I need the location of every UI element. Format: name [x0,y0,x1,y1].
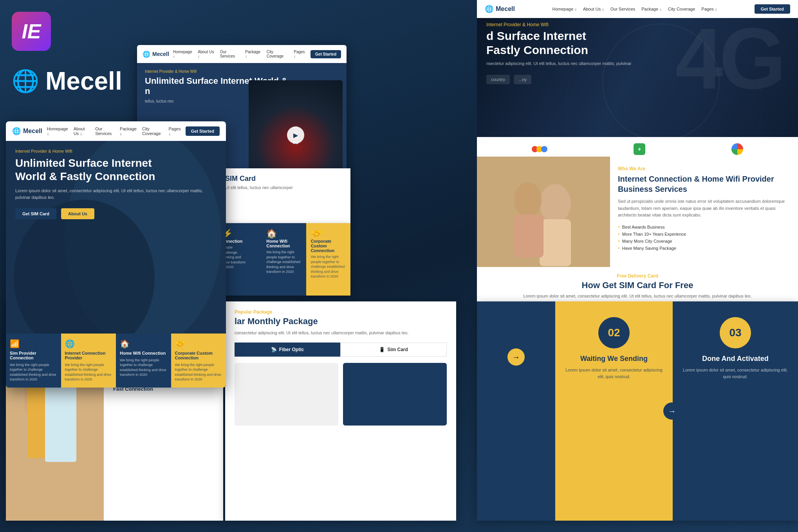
free-delivery-tag: Free Delivery Card [486,273,789,279]
right-nav: 🌐 Mecell Homepage ↓ About Us ↓ Our Servi… [477,0,798,18]
corporate-icon: 🤝 [175,339,222,348]
cs-wifi-desc: We bring the right people together to ch… [266,250,301,274]
mid-nav-brand-name: Mecell [152,51,169,57]
feature-1-text: Best Awards Business [622,225,665,229]
right-nav-about[interactable]: About Us ↓ [583,7,604,11]
right-nav-links: Homepage ↓ About Us ↓ Our Services Packa… [520,7,749,11]
logo-green-cross: + [634,143,645,155]
partner-logo-1 [532,146,547,152]
mid-nav-services[interactable]: Our Services [220,50,241,58]
main-nav: 🌐 Mecell Homepage ↓ About Us ↓ Our Servi… [6,121,226,141]
cs-wifi-icon: 🏠 [266,229,277,238]
right-nav-services[interactable]: Our Services [610,7,636,11]
panel-main-preview: 🌐 Mecell Homepage ↓ About Us ↓ Our Servi… [6,121,226,388]
step-02-title: Waiting We Sending [580,355,648,363]
service-card-wifi[interactable]: 🏠 Home Wifi Connection We bring the righ… [116,334,171,388]
service-card-internet[interactable]: 🌐 Internet Connection Provider We bring … [61,334,116,388]
right-nav-homepage[interactable]: Homepage ↓ [552,7,577,11]
svg-rect-2 [540,219,571,266]
hero-description: Lorem ipsum dolor sit amet, consectetur … [15,188,217,200]
step-02-number: 02 [598,317,630,348]
package-card-2[interactable] [343,363,447,426]
nav-cta-button[interactable]: Get Started [186,126,220,136]
mid-nav-package[interactable]: Package ↓ [245,50,262,58]
mid-nav-homepage[interactable]: Homepage ↓ [173,50,193,58]
right-nav-globe: 🌐 [485,5,493,13]
right-headline: d Surface InternetFastly Connection [486,29,789,57]
country-input[interactable]: country [486,75,510,84]
feature-3: ●Many More City Coverage [618,238,790,245]
mid-nav-about[interactable]: About Us ↓ [198,50,215,58]
svg-point-1 [540,184,571,223]
svg-point-3 [514,182,542,217]
nav-link-services[interactable]: Our Services [95,126,114,136]
feature-1: ●Best Awards Business [618,224,790,231]
sim-label: Sim Card [387,347,408,352]
elementor-logo-text: IE [22,20,41,43]
fiber-label: Fiber Optic [279,347,304,352]
panel-right-preview: 4G 5G 🌐 Mecell Homepage ↓ About Us ↓ Our… [477,0,798,305]
hero-tagline: Internet Provider & Home Wifi [15,149,217,153]
free-delivery-title: How Get SIM Card For Free [486,280,789,290]
nav-link-package[interactable]: Package ↓ [120,126,137,136]
sim-title: Sim Provider Connection [10,351,57,360]
about-us-button[interactable]: About Us [61,208,94,219]
bullet-1: ● [618,225,620,229]
free-delivery-section: Free Delivery Card How Get SIM Card For … [477,267,798,306]
sim-card-panel: SIM Card Ut elit tellus, luctus nec ulla… [217,168,350,225]
nav-links: Homepage ↓ About Us ↓ Our Services Packa… [47,126,181,136]
sim-pkg-icon: 📱 [379,347,385,352]
location-inputs: country ...ny [477,71,798,88]
mid-nav-globe: 🌐 [143,50,150,58]
sim-icon: 📶 [10,339,57,348]
nav-link-pages[interactable]: Pages ↓ [169,126,181,136]
corporate-desc: We bring the right people together to ch… [175,362,222,382]
wifi-title: Home Wifi Connection [120,351,167,355]
bullet-4: ● [618,246,620,250]
step-02: 02 Waiting We Sending Lorem ipsum dolor … [555,301,673,521]
service-card-corporate[interactable]: 🤝 Corporate Custom Connection We bring t… [171,334,226,388]
step-arrow-area: → [477,301,555,388]
city-input[interactable]: ...ny [514,75,531,84]
svg-rect-4 [514,215,543,258]
cs-corporate-desc: We bring the right people together to ch… [311,254,346,279]
who-we-are-features: ●Best Awards Business ●More Than 10+ Yea… [618,224,790,252]
get-sim-button[interactable]: Get SIM Card [15,208,56,219]
step-arrow-2[interactable]: → [663,402,681,420]
nav-link-coverage[interactable]: City Coverage [142,126,163,136]
partner-logo-3 [731,143,743,155]
right-nav-pages[interactable]: Pages ↓ [701,7,717,11]
mid-nav-brand: 🌐 Mecell [143,50,169,58]
internet-desc: We bring the right people together to ch… [65,362,112,382]
step-arrow-btn[interactable]: → [507,348,525,366]
step-03-desc: Lorem ipsum dolor sit amet, consectetur … [682,367,789,380]
brand-logo-main: 🌐 Mecell [12,67,122,96]
hero-headline: Unlimited Surface InternetWorld & Fastly… [15,157,217,183]
package-card-1[interactable] [235,363,338,426]
right-nav-brand-name: Mecell [496,5,515,13]
step-03-number: 03 [720,317,751,348]
play-button[interactable]: ▶ [287,126,304,144]
nav-link-homepage[interactable]: Homepage ↓ [47,126,68,136]
cs-wifi[interactable]: 🏠 Home Wifi Connection We bring the righ… [262,223,306,296]
right-nav-cta[interactable]: Get Started [755,4,790,14]
fiber-optic-btn[interactable]: 📡 Fiber Optic [235,343,340,357]
package-cards [225,363,456,426]
nav-link-about[interactable]: About Us ↓ [74,126,90,136]
nav-brand-name: Mecell [23,128,42,135]
right-nav-brand: 🌐 Mecell [485,5,515,13]
sim-card-btn[interactable]: 📱 Sim Card [340,343,447,357]
mid-nav-pages[interactable]: Pages ↓ [294,50,307,58]
cs-corporate[interactable]: 🤝 Corporate Custom Connection We bring t… [306,223,350,296]
feature-4: ●Have Many Saving Package [618,245,790,252]
cs-wifi-title: Home Wifi Connection [266,239,301,248]
internet-icon: 🌐 [65,339,112,348]
popular-pkg-tag: Popular Package [225,301,456,316]
service-card-sim[interactable]: 📶 Sim Provider Connection We bring the r… [6,334,61,388]
who-we-are-title: Internet Connection & Home Wifi Provider… [618,174,790,194]
mid-nav-coverage[interactable]: City Coverage [267,50,289,58]
right-nav-package[interactable]: Package ↓ [641,7,661,11]
cs-corporate-icon: 🤝 [311,229,321,238]
right-nav-coverage[interactable]: City Coverage [668,7,695,11]
mid-nav-cta[interactable]: Get Started [311,50,341,58]
